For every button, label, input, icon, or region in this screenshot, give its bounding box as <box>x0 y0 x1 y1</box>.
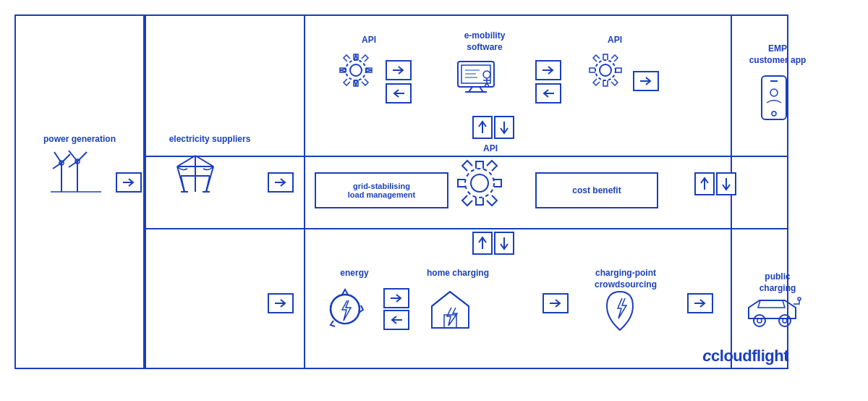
svg-line-18 <box>181 176 184 192</box>
pylon-icon <box>166 148 224 199</box>
power-gen-arrow <box>116 172 142 193</box>
svg-line-19 <box>206 176 210 192</box>
svg-line-27 <box>480 87 483 92</box>
svg-line-26 <box>469 87 472 92</box>
svg-point-37 <box>600 64 611 76</box>
api-middle-label: API <box>469 143 512 155</box>
charging-point-icon <box>600 288 640 335</box>
bottom-left-arrow <box>268 293 294 313</box>
wind-turbine-icon <box>47 148 105 199</box>
api-right-top-arrow <box>633 71 659 91</box>
ev-car-icon <box>741 293 803 337</box>
svg-line-14 <box>177 156 195 166</box>
cost-benefit-box: cost benefit <box>535 172 658 208</box>
svg-line-8 <box>69 161 77 167</box>
svg-point-41 <box>772 111 776 116</box>
svg-point-48 <box>754 315 765 326</box>
svg-rect-39 <box>762 76 786 119</box>
home-charging-arrow-right <box>542 293 569 313</box>
svg-line-15 <box>195 156 213 166</box>
energy-arrow-right <box>383 288 409 308</box>
public-charging-label: publiccharging <box>749 271 807 294</box>
charging-point-label: charging-pointcrowdsourcing <box>575 268 676 290</box>
emobility-arrow-left <box>535 83 561 104</box>
home-charging-icon <box>427 286 474 333</box>
svg-point-23 <box>346 60 366 80</box>
cloudflight-logo: ccloudflight <box>702 347 788 366</box>
vert-divider-1 <box>304 14 305 369</box>
bottom-divider <box>145 228 788 229</box>
emobility-icon <box>454 54 505 94</box>
energy-arrow-left <box>383 310 409 330</box>
api-gear-left-icon <box>336 51 376 90</box>
svg-point-43 <box>471 174 488 192</box>
right-arrow-down <box>716 172 736 195</box>
api-top-right-label: API <box>593 35 637 46</box>
home-charging-label: home charging <box>422 268 494 279</box>
api-gear-middle-icon <box>454 158 505 208</box>
svg-line-3 <box>53 163 61 169</box>
phone-icon <box>756 72 792 127</box>
api-left-arrow-left <box>386 83 412 104</box>
svg-point-49 <box>779 315 791 326</box>
svg-point-38 <box>595 60 616 80</box>
svg-point-52 <box>798 297 801 300</box>
elec-suppliers-arrow <box>268 172 294 193</box>
svg-point-29 <box>483 71 490 78</box>
emobility-arrow-up <box>472 116 493 139</box>
svg-point-22 <box>350 64 362 76</box>
emobility-label: e-mobilitysoftware <box>448 30 521 53</box>
grid-stabilising-box: grid-stabilisingload management <box>315 172 448 208</box>
svg-point-44 <box>465 169 494 198</box>
api-gear-right-icon <box>586 51 626 90</box>
emp-customer-app-label: EMPcustomer app <box>749 43 807 66</box>
charging-point-arrow-right <box>687 293 713 313</box>
right-arrow-up <box>694 172 715 195</box>
electricity-suppliers-label: electricity suppliers <box>156 134 264 145</box>
emobility-arrow-right <box>535 60 561 80</box>
power-generation-label: power generation <box>36 134 123 145</box>
energy-icon <box>322 286 369 333</box>
svg-point-42 <box>770 89 778 96</box>
diagram-container: power generation electricity suppliers <box>14 14 810 376</box>
energy-label: energy <box>333 268 376 279</box>
top-divider <box>145 156 788 157</box>
api-left-arrow-right <box>386 60 412 80</box>
api-top-left-label: API <box>347 35 391 46</box>
bottom-center-arrow-down <box>494 232 514 255</box>
bottom-center-arrow-up <box>472 232 493 255</box>
emobility-arrow-down <box>494 116 514 139</box>
